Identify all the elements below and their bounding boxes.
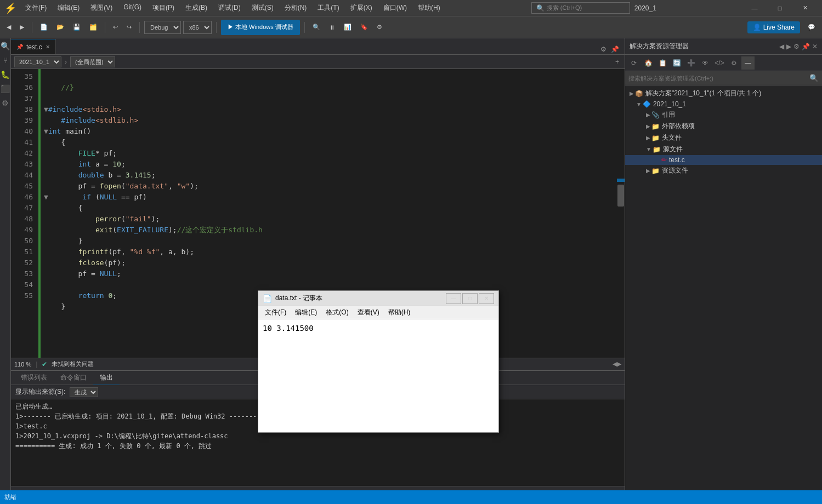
editor-tab-testc[interactable]: 📌 test.c ✕ <box>11 39 56 54</box>
menu-window[interactable]: 窗口(W) <box>378 1 412 15</box>
line-44: 44 <box>11 170 38 181</box>
np-format[interactable]: 格式(O) <box>321 307 353 318</box>
references-item[interactable]: ▶ 📎 引用 <box>625 109 822 121</box>
sol-refresh-btn[interactable]: 🔄 <box>670 56 683 70</box>
sidebar-extend-icon[interactable]: ⬛ <box>0 83 11 94</box>
panel-nav-back[interactable]: ◀ <box>779 43 784 50</box>
perf-button[interactable]: 📊 <box>341 20 355 35</box>
scroll-minimap[interactable] <box>617 69 625 358</box>
editor-breadcrumb-bar: 2021_10_1 › (全局范围) + <box>11 55 625 69</box>
menu-debug[interactable]: 调试(D) <box>213 1 246 15</box>
notepad-close[interactable]: ✕ <box>479 293 494 304</box>
panel-nav-fwd[interactable]: ▶ <box>786 43 791 50</box>
tools-btn2[interactable]: ⚙ <box>373 20 386 35</box>
class-dropdown[interactable]: 2021_10_1 <box>14 56 61 67</box>
sol-minus-btn[interactable]: — <box>741 56 755 70</box>
header-files-item[interactable]: ▶ 📁 头文件 <box>625 132 822 144</box>
tab-command[interactable]: 命令窗口 <box>54 371 93 385</box>
maximize-button[interactable]: □ <box>767 0 792 16</box>
menu-tools[interactable]: 工具(T) <box>312 1 344 15</box>
notepad-menu-bar: 文件(F) 编辑(E) 格式(O) 查看(V) 帮助(H) <box>258 306 498 319</box>
resource-files-item[interactable]: ▶ 📁 资源文件 <box>625 165 822 176</box>
sidebar-git-icon[interactable]: ⑂ <box>2 55 9 66</box>
menu-edit[interactable]: 编辑(E) <box>52 1 85 15</box>
notepad-title-bar[interactable]: 📄 data.txt - 记事本 — □ ✕ <box>258 291 498 306</box>
ext-deps-item[interactable]: ▶ 📁 外部依赖项 <box>625 121 822 132</box>
save-button[interactable]: 💾 <box>70 20 84 35</box>
redo-button[interactable]: ↪ <box>123 20 135 35</box>
solution-tree: ▶ 📦 解决方案"2021_10_1"(1 个项目/共 1 个) ▼ 🔷 202… <box>625 85 822 490</box>
source-icon: 📁 <box>653 146 661 153</box>
solution-search-icon-btn[interactable]: 🔍 <box>809 74 819 82</box>
sol-home-btn[interactable]: 🏠 <box>642 56 655 70</box>
panel-pin[interactable]: 📌 <box>802 43 810 50</box>
sol-view-btn[interactable]: 👁 <box>699 56 712 70</box>
zoom-level[interactable]: 110 % <box>14 361 31 368</box>
bookmark-button[interactable]: 🔖 <box>357 20 371 35</box>
notepad-maximize[interactable]: □ <box>462 293 478 304</box>
header-arrow: ▶ <box>646 135 650 141</box>
testc-item[interactable]: ▶ ✏ test.c <box>625 155 822 165</box>
live-share-button[interactable]: 👤 Live Share <box>747 21 800 33</box>
menu-view[interactable]: 视图(V) <box>85 1 118 15</box>
solution-search-input[interactable] <box>628 75 809 82</box>
debug-config-dropdown[interactable]: Debug <box>144 21 181 34</box>
tab-name: test.c <box>26 43 42 51</box>
menu-project[interactable]: 项目(P) <box>147 1 180 15</box>
output-scrollbar[interactable] <box>11 486 625 490</box>
window-controls: — □ ✕ <box>742 0 818 16</box>
run-debugger-button[interactable]: ▶ 本地 Windows 调试器 <box>221 20 300 35</box>
np-view[interactable]: 查看(V) <box>353 307 384 318</box>
method-dropdown[interactable]: (全局范围) <box>70 56 115 67</box>
menu-file[interactable]: 文件(F) <box>20 1 52 15</box>
panel-options[interactable]: ⚙ <box>793 43 800 50</box>
np-edit[interactable]: 编辑(E) <box>291 307 321 318</box>
feedback-button[interactable]: 💬 <box>804 20 819 35</box>
tab-output[interactable]: 输出 <box>93 371 120 385</box>
line-50: 50 <box>11 236 38 247</box>
menu-help[interactable]: 帮助(H) <box>412 1 446 15</box>
np-help[interactable]: 帮助(H) <box>384 307 415 318</box>
save-all-button[interactable]: 🗂️ <box>86 20 100 35</box>
source-files-item[interactable]: ▼ 📁 源文件 <box>625 144 822 155</box>
tab-error-list[interactable]: 错误列表 <box>14 371 54 385</box>
pin-panel-btn[interactable]: 📌 <box>609 44 621 54</box>
sidebar-debug-icon[interactable]: 🐛 <box>0 69 11 80</box>
notepad-content[interactable]: 10 3.141500 <box>258 319 498 432</box>
notepad-minimize[interactable]: — <box>446 293 461 304</box>
platform-dropdown[interactable]: x86 <box>183 21 212 34</box>
menu-git[interactable]: Git(G) <box>118 1 147 15</box>
new-file-button[interactable]: 📄 <box>37 20 51 35</box>
minimize-button[interactable]: — <box>742 0 767 16</box>
breakpoint-button[interactable]: ⏸ <box>326 20 338 35</box>
tab-close-icon[interactable]: ✕ <box>46 44 50 50</box>
add-line-btn[interactable]: + <box>613 57 621 67</box>
sidebar-search-icon[interactable]: 🔍 <box>0 41 11 51</box>
sol-props-btn[interactable]: 📋 <box>656 56 669 70</box>
panel-close[interactable]: ✕ <box>812 43 818 50</box>
sol-sync-btn[interactable]: ⟳ <box>627 56 640 70</box>
sol-settings-btn[interactable]: ⚙ <box>727 56 740 70</box>
menu-analyze[interactable]: 分析(N) <box>279 1 313 15</box>
menu-test[interactable]: 测试(S) <box>246 1 279 15</box>
horizontal-scroll-btn[interactable]: ◀▶ <box>613 360 621 368</box>
forward-button[interactable]: ▶ <box>16 20 27 35</box>
status-separator: | <box>36 360 37 368</box>
close-button[interactable]: ✕ <box>792 0 818 16</box>
project-item[interactable]: ▼ 🔷 2021_10_1 <box>625 99 822 109</box>
open-button[interactable]: 📂 <box>53 20 67 35</box>
undo-button[interactable]: ↩ <box>110 20 121 35</box>
output-source-select[interactable]: 生成 <box>70 387 98 397</box>
menu-build[interactable]: 生成(B) <box>180 1 213 15</box>
sidebar-settings-icon[interactable]: ⚙ <box>1 98 10 108</box>
np-file[interactable]: 文件(F) <box>260 307 291 318</box>
sol-code-btn[interactable]: </> <box>713 56 726 70</box>
sol-add-btn[interactable]: ➕ <box>684 56 698 70</box>
settings-icon-btn[interactable]: ⚙ <box>598 44 609 54</box>
solution-root-item[interactable]: ▶ 📦 解决方案"2021_10_1"(1 个项目/共 1 个) <box>625 88 822 99</box>
tab-bar: 📌 test.c ✕ ⚙ 📌 <box>11 38 625 55</box>
back-button[interactable]: ◀ <box>3 20 14 35</box>
toolbar-separator-2 <box>105 22 105 33</box>
menu-extensions[interactable]: 扩展(X) <box>345 1 378 15</box>
find-button[interactable]: 🔍 <box>309 20 324 35</box>
